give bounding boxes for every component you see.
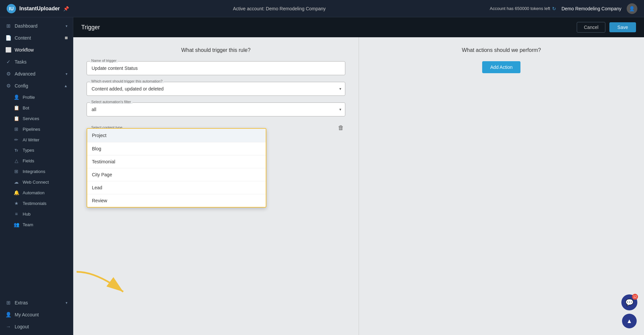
ai-writer-icon: ✏ (13, 137, 19, 142)
sidebar-sub-label: Bot (23, 105, 29, 110)
chat-widget: 💬 12 ▲ (621, 294, 637, 328)
sidebar-sub-label: Services (23, 116, 39, 121)
sidebar-item-label: Workflow (15, 47, 68, 53)
trigger-actions: Cancel Save (577, 22, 636, 33)
chevron-down-icon: ▾ (66, 301, 68, 305)
top-header: IU InstantUploader 📌 Active account: Dem… (0, 0, 644, 17)
filter-select-wrapper: all ▾ (87, 102, 345, 116)
token-info: Account has 650000 tokens left ↻ (490, 6, 556, 11)
scroll-top-icon: ▲ (626, 318, 632, 325)
sidebar-item-services[interactable]: 📋 Services (0, 113, 73, 124)
advanced-icon: ⚙ (5, 71, 11, 77)
main-layout: ⊞ Dashboard ▾ 📄 Content ⬜ Workflow ✓ Tas… (0, 17, 644, 335)
scroll-top-button[interactable]: ▲ (622, 314, 637, 328)
advanced-label: Advanced (15, 71, 62, 77)
hub-icon: ≡ (13, 211, 19, 217)
cancel-button[interactable]: Cancel (577, 22, 605, 33)
filter-group: Select automation's filter all ▾ (87, 102, 345, 116)
sidebar-item-label: My Account (15, 312, 68, 317)
dropdown-option-review[interactable]: Review (87, 194, 266, 207)
types-icon: Tr (13, 148, 19, 152)
trigger-name-input[interactable] (87, 61, 345, 75)
sidebar-item-integrations[interactable]: ⊞ Integrations (0, 166, 73, 177)
sidebar-item-pipelines[interactable]: ⊞ Pipelines (0, 124, 73, 134)
web-connect-icon: ☁ (13, 179, 19, 185)
testimonials-icon: ★ (13, 201, 19, 206)
sidebar-item-tasks[interactable]: ✓ Tasks (0, 56, 73, 68)
chat-icon: 💬 (625, 298, 634, 306)
sidebar-item-label: Tasks (15, 59, 68, 65)
chat-button[interactable]: 💬 12 (621, 294, 637, 310)
sidebar-item-ai-writer[interactable]: ✏ AI Writer (0, 134, 73, 145)
sidebar-item-my-account[interactable]: 👤 My Account (0, 309, 73, 321)
sidebar-item-content[interactable]: 📄 Content (0, 32, 73, 44)
trigger-title: Trigger (81, 24, 100, 31)
sidebar-sub-label: Hub (23, 212, 31, 217)
extras-icon: ⊞ (5, 300, 11, 306)
content-type-row: Select content type Project Blog Testimo… (87, 123, 345, 133)
content-icon: 📄 (5, 35, 11, 41)
sidebar-item-label: Logout (15, 324, 68, 329)
trigger-panel-title: What should trigger this rule? (87, 47, 345, 53)
sidebar-item-dashboard[interactable]: ⊞ Dashboard ▾ (0, 20, 73, 32)
sidebar-item-web-connect[interactable]: ☁ Web Connect (0, 177, 73, 187)
sidebar-item-extras[interactable]: ⊞ Extras ▾ (0, 297, 73, 309)
sidebar-advanced[interactable]: ⚙ Advanced ▾ (0, 68, 73, 80)
trigger-bar: Trigger Cancel Save (73, 17, 644, 37)
sidebar-item-testimonials[interactable]: ★ Testimonials (0, 198, 73, 209)
sidebar-item-workflow[interactable]: ⬜ Workflow (0, 44, 73, 56)
sidebar-item-types[interactable]: Tr Types (0, 145, 73, 155)
chevron-up-icon: ▲ (64, 84, 68, 88)
add-action-button[interactable]: Add Action (482, 61, 520, 73)
workflow-icon: ⬜ (5, 47, 11, 53)
sidebar-sub-label: Fields (23, 158, 34, 163)
filter-label: Select automation's filter (90, 100, 133, 104)
sidebar-item-logout[interactable]: → Logout (0, 321, 73, 332)
sidebar-item-fields[interactable]: △ Fields (0, 155, 73, 166)
dropdown-option-lead[interactable]: Lead (87, 181, 266, 194)
profile-icon: 👤 (13, 94, 19, 100)
sidebar-item-label: Dashboard (15, 23, 62, 29)
sidebar-sub-label: Web Connect (23, 180, 49, 185)
sidebar-sub-label: Profile (23, 95, 35, 100)
dashboard-icon: ⊞ (5, 23, 11, 29)
avatar: 👤 (627, 3, 637, 14)
sidebar-item-team[interactable]: 👥 Team (0, 219, 73, 230)
delete-button[interactable]: 🗑 (337, 123, 345, 133)
dropdown-option-blog[interactable]: Blog (87, 142, 266, 155)
sidebar-item-bot[interactable]: 📋 Bot (0, 102, 73, 113)
content-type-dropdown: Project Blog Testimonial City Page Lead … (87, 128, 266, 208)
bot-icon: 📋 (13, 105, 19, 110)
filter-select[interactable]: all (87, 102, 345, 116)
active-account: Active account: Demo Remodeling Company (233, 6, 326, 11)
event-select[interactable]: Content added, updated or deleted (87, 82, 345, 96)
automation-icon: 🔔 (13, 190, 19, 195)
content-area: Trigger Cancel Save What should trigger … (73, 17, 644, 335)
event-select-wrapper: Content added, updated or deleted ▾ (87, 82, 345, 96)
sidebar: ⊞ Dashboard ▾ 📄 Content ⬜ Workflow ✓ Tas… (0, 17, 73, 335)
sidebar-config[interactable]: ⚙ Config ▲ (0, 80, 73, 92)
trigger-name-group: Name of trigger (87, 61, 345, 75)
arrow-annotation (73, 265, 137, 305)
dropdown-option-testimonial[interactable]: Testimonial (87, 155, 266, 168)
my-account-icon: 👤 (5, 312, 11, 318)
trigger-panel: What should trigger this rule? Name of t… (73, 37, 359, 335)
sidebar-item-profile[interactable]: 👤 Profile (0, 92, 73, 102)
save-button[interactable]: Save (609, 22, 636, 32)
sidebar-item-hub[interactable]: ≡ Hub (0, 209, 73, 219)
config-label: Config (15, 83, 61, 88)
refresh-icon[interactable]: ↻ (552, 6, 556, 11)
pin-icon[interactable]: 📌 (63, 6, 69, 11)
trigger-content: What should trigger this rule? Name of t… (73, 37, 644, 335)
logo-icon: IU (7, 4, 16, 13)
trigger-name-label: Name of trigger (90, 59, 118, 63)
token-text: Account has 650000 tokens left (490, 6, 550, 11)
sidebar-item-automation[interactable]: 🔔 Automation (0, 187, 73, 198)
actions-panel: What actions should we perform? Add Acti… (359, 37, 644, 335)
header-left: IU InstantUploader 📌 (7, 4, 69, 13)
sidebar-item-label: Extras (15, 300, 62, 305)
sidebar-sub-label: Testimonials (23, 201, 47, 206)
dropdown-option-project[interactable]: Project (87, 129, 266, 142)
dropdown-option-city-page[interactable]: City Page (87, 168, 266, 181)
sidebar-sub-label: Pipelines (23, 127, 40, 132)
